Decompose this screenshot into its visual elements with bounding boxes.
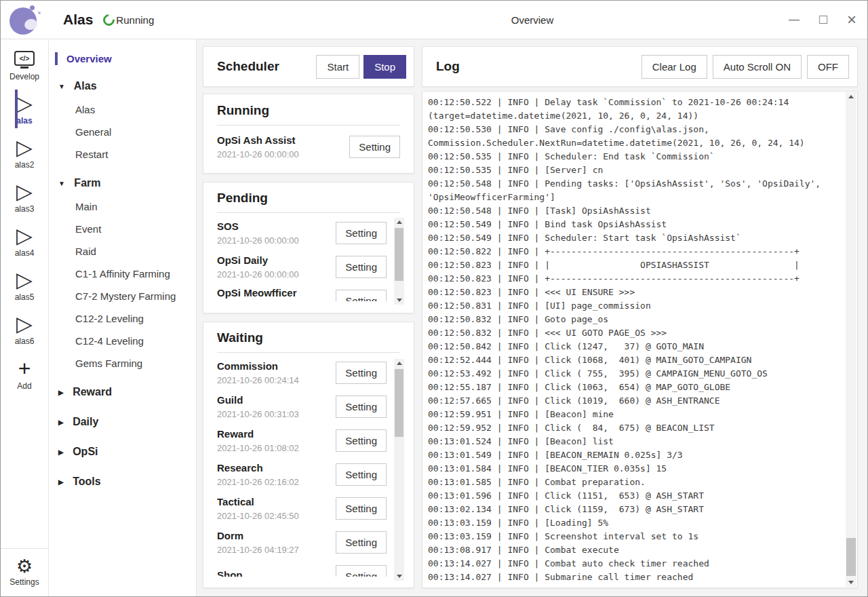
log-title: Log (436, 59, 636, 74)
task-next-run-time: 2021-10-26 01:08:02 (217, 443, 299, 453)
log-line: 00:12:50.842 | INFO | Click (1247, 37) @… (428, 340, 840, 353)
nav-item[interactable]: Raid (49, 240, 196, 263)
nav-group-header[interactable]: ▶ Daily (49, 409, 196, 434)
nav-group-label: OpSi (73, 446, 98, 457)
log-line: 00:12:50.549 | INFO | Bind task OpsiAshA… (428, 218, 840, 231)
auto-scroll-off-button[interactable]: OFF (807, 55, 849, 79)
sidebar-item-instance[interactable]: ▷ alas6 (15, 307, 35, 351)
log-line: 00:12:50.823 | INFO | | OPSIASHASSIST | (428, 258, 840, 272)
task-setting-button[interactable]: Setting (336, 463, 387, 486)
nav-item[interactable]: C12-2 Leveling (49, 307, 196, 330)
task-setting-button[interactable]: Setting (336, 362, 387, 384)
task-row: Reward 2021-10-26 01:08:02 Setting (217, 423, 400, 457)
task-row: OpSi Daily 2021-10-26 00:00:00 Setting (217, 250, 400, 284)
minimize-icon[interactable]: — (789, 14, 800, 25)
running-panel: Running OpSi Ash Assist 2021-10-26 00:00… (203, 94, 414, 174)
sidebar-item-label: alas5 (15, 292, 35, 302)
waiting-scrollbar[interactable] (394, 359, 404, 581)
nav-item[interactable]: Restart (49, 143, 196, 166)
log-scrollbar[interactable] (846, 92, 856, 587)
code-monitor-icon: </> (14, 51, 35, 66)
auto-scroll-on-button[interactable]: Auto Scroll ON (713, 55, 802, 79)
nav-group-header[interactable]: ▼ Alas (49, 73, 196, 98)
nav-group-header[interactable]: ▼ Farm (49, 170, 196, 195)
nav-item[interactable]: C7-2 Mystery Farming (49, 285, 196, 307)
task-next-run-time: 2021-10-26 00:00:00 (217, 149, 299, 159)
log-line: 00:12:50.535 | INFO | [Server] cn (428, 163, 840, 177)
pending-task-list: SOS 2021-10-26 00:00:00 Setting OpSi Dai… (217, 213, 400, 301)
task-name: Research (217, 461, 299, 474)
task-info: Research 2021-10-26 02:16:02 (217, 461, 299, 487)
task-row: SOS 2021-10-26 00:00:00 Setting (217, 216, 400, 250)
task-row: Research 2021-10-26 02:16:02 Setting (217, 457, 400, 491)
sidebar-item-label: Settings (9, 577, 39, 587)
task-setting-button[interactable]: Setting (336, 222, 387, 244)
app-window: Alas Running Overview — □ × </> Develop … (0, 0, 868, 597)
pending-panel: Pending SOS 2021-10-26 00:00:00 Setting (203, 182, 414, 313)
scrollbar-thumb[interactable] (395, 228, 403, 281)
nav-group-label: Farm (74, 177, 100, 189)
task-row: Dorm 2021-10-26 04:19:27 Setting (217, 525, 400, 559)
sidebar-item-label: alas (16, 116, 32, 126)
sidebar-item-instance[interactable]: ▷ alas3 (15, 175, 35, 219)
nav-group: ▶ Tools (49, 469, 196, 494)
task-setting-button[interactable]: Setting (336, 290, 387, 302)
nav-item[interactable]: Event (49, 218, 196, 240)
log-line: 00:13:03.159 | INFO | [Loading] 5% (428, 516, 840, 530)
scheduler-title: Scheduler (217, 59, 312, 74)
nav-group-header[interactable]: ▶ Tools (49, 469, 196, 494)
log-line: 00:12:52.444 | INFO | Click (1068, 401) … (428, 353, 840, 367)
nav-group-header[interactable]: ▶ Reward (49, 379, 196, 404)
sidebar-item-instance[interactable]: ▷ alas2 (15, 131, 35, 175)
log-output[interactable]: 00:12:50.522 | INFO | Delay task `Commis… (422, 91, 858, 588)
sidebar-item-instance[interactable]: ▷ alas5 (15, 263, 35, 307)
overview-main: Scheduler Start Stop Running OpSi Ash As… (197, 39, 867, 596)
task-name: Commission (217, 360, 299, 372)
nav-item[interactable]: General (49, 121, 196, 143)
play-icon: ▷ (16, 269, 33, 290)
task-next-run-time: 2021-10-26 00:31:03 (217, 409, 299, 419)
nav-group-header[interactable]: ▶ OpSi (49, 439, 196, 464)
nav-item-overview[interactable]: Overview (49, 49, 196, 69)
pending-scrollbar[interactable] (394, 218, 404, 305)
sidebar-item-settings[interactable]: ⚙ Settings (1, 548, 48, 596)
log-line: 00:12:53.492 | INFO | Click ( 755, 395) … (428, 367, 840, 381)
close-icon[interactable]: × (847, 12, 856, 28)
scrollbar-thumb[interactable] (395, 369, 403, 437)
log-line: 00:13:01.596 | INFO | Click (1151, 653) … (428, 489, 840, 503)
scheduler-stop-button[interactable]: Stop (363, 55, 406, 79)
nav-group: ▼ Alas AlasGeneralRestart (49, 73, 196, 166)
task-setting-button[interactable]: Setting (336, 256, 387, 278)
task-setting-button[interactable]: Setting (336, 497, 387, 520)
task-setting-button[interactable]: Setting (336, 429, 387, 452)
nav-item[interactable]: Alas (49, 98, 196, 121)
sidebar-item-instance[interactable]: ▷ alas (15, 87, 35, 131)
clear-log-button[interactable]: Clear Log (642, 55, 707, 79)
nav-item[interactable]: C1-1 Affinity Farming (49, 263, 196, 285)
scrollbar-thumb[interactable] (846, 538, 856, 576)
nav-item[interactable]: C12-4 Leveling (49, 330, 196, 352)
log-line: 00:12:50.522 | INFO | Delay task `Commis… (428, 96, 840, 123)
task-info: Reward 2021-10-26 01:08:02 (217, 427, 299, 453)
app-name: Alas (63, 12, 93, 28)
group-arrow-icon: ▶ (58, 389, 64, 396)
waiting-title: Waiting (217, 330, 400, 345)
task-row: Shop Setting (217, 559, 400, 577)
nav-item[interactable]: Main (49, 195, 196, 218)
scheduler-start-button[interactable]: Start (316, 55, 359, 79)
nav-item[interactable]: Gems Farming (49, 352, 196, 374)
nav-group-label: Daily (73, 416, 98, 427)
task-setting-button[interactable]: Setting (336, 531, 387, 554)
log-line: 00:13:02.134 | INFO | Click (1159, 673) … (428, 503, 840, 516)
content-area: </> Develop ▷ alas ▷ alas2 ▷ alas3 ▷ (1, 39, 867, 596)
sidebar-item-add[interactable]: + Add (1, 351, 48, 396)
sidebar-item-develop[interactable]: </> Develop (1, 45, 48, 87)
instance-sidebar: </> Develop ▷ alas ▷ alas2 ▷ alas3 ▷ (1, 39, 49, 596)
task-setting-button[interactable]: Setting (336, 396, 387, 418)
task-name: Reward (217, 427, 299, 440)
log-line: 00:12:59.951 | INFO | [Beacon] mine (428, 408, 840, 421)
maximize-icon[interactable]: □ (819, 12, 827, 26)
task-setting-button[interactable]: Setting (336, 565, 387, 577)
sidebar-item-instance[interactable]: ▷ alas4 (15, 219, 35, 263)
task-setting-button[interactable]: Setting (349, 136, 400, 158)
